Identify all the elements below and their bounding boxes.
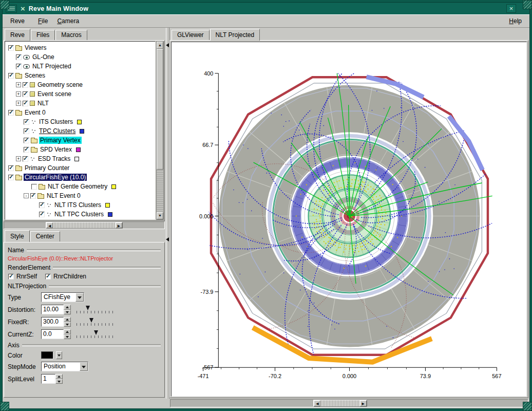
tree-item[interactable]: NLT Gentle Geometry (5, 182, 155, 191)
tree-item[interactable]: +Event scene (5, 89, 155, 99)
menu-help[interactable]: Help (504, 15, 526, 27)
tree-checkbox[interactable] (31, 184, 37, 190)
tree-item[interactable]: +Geometry scene (5, 80, 155, 89)
spin-up-icon[interactable] (55, 374, 63, 379)
frame-corner-handle[interactable] (523, 0, 532, 9)
slider-pointer[interactable] (94, 330, 98, 335)
tree-item-label[interactable]: ESD Tracks (37, 155, 71, 162)
tree-item[interactable]: Scenes (5, 71, 155, 80)
splitter-collapse-icon[interactable] (166, 237, 169, 241)
spin-down-icon[interactable] (64, 322, 71, 327)
spin-down-icon[interactable] (55, 379, 63, 384)
editor-tab-center[interactable]: Center (30, 231, 60, 241)
spin-up-icon[interactable] (64, 317, 71, 322)
tree-checkbox[interactable] (24, 119, 29, 125)
tree-vertical-scrollbar[interactable] (156, 41, 164, 220)
tree-checkbox[interactable] (24, 147, 29, 153)
fixedr-entry[interactable]: 300.0 (41, 317, 71, 327)
tree-checkbox[interactable] (24, 128, 29, 134)
expander-icon[interactable]: + (16, 156, 21, 161)
tree-checkbox[interactable] (16, 54, 22, 60)
slider-pointer[interactable] (86, 306, 90, 310)
distortion-entry[interactable]: 10.00 (41, 305, 71, 314)
frame-corner-handle[interactable] (0, 402, 9, 411)
expander-icon[interactable]: - (24, 193, 29, 198)
color-swatch[interactable] (41, 351, 53, 359)
tree-item-label[interactable]: NLT Projected (31, 63, 72, 70)
viewer-horizontal-scrollbar[interactable] (170, 399, 528, 407)
type-combobox[interactable]: CFishEye (41, 292, 84, 302)
scroll-right-icon[interactable] (116, 222, 122, 228)
scroll-left-icon[interactable] (46, 222, 53, 228)
expander-icon[interactable]: + (16, 82, 21, 87)
menu-reve[interactable]: Reve (6, 15, 29, 27)
tree-item[interactable]: Event 0 (5, 108, 155, 117)
stepmode-combobox[interactable]: Position (41, 362, 88, 371)
tree-checkbox[interactable] (30, 193, 36, 199)
frame-corner-handle[interactable] (523, 402, 532, 411)
slider-pointer[interactable] (89, 318, 93, 323)
tree-item[interactable]: +NLT (5, 99, 155, 108)
tree-item-label[interactable]: SPD Vertex (39, 146, 73, 153)
tree-item[interactable]: +ESD Tracks (5, 154, 155, 163)
menu-camera[interactable]: Camera (52, 15, 84, 27)
scroll-up-icon[interactable] (157, 42, 163, 49)
tree-checkbox[interactable] (23, 101, 28, 106)
tree-item-label[interactable]: Primary Vertex (39, 137, 82, 144)
tree-item[interactable]: NLT ITS Clusters (5, 200, 155, 210)
scrollbar-thumb[interactable] (313, 400, 367, 407)
tree-item-label[interactable]: NLT (36, 100, 50, 107)
tree-item-label[interactable]: Event scene (36, 90, 72, 98)
spin-down-icon[interactable] (64, 310, 71, 315)
scrollbar-thumb[interactable] (46, 222, 123, 229)
editor-tab-style[interactable]: Style (5, 230, 30, 242)
tree-item[interactable]: NLT TPC Clusters (5, 210, 155, 219)
rnrself-checkbox[interactable]: RnrSelf (8, 273, 37, 280)
spin-down-icon[interactable] (64, 334, 71, 340)
splitter-collapse-icon[interactable] (166, 43, 169, 47)
viewer-tab-nlt-projected[interactable]: NLT Projected (210, 29, 260, 41)
tree-checkbox[interactable] (8, 110, 14, 116)
tree-item[interactable]: GL-One (5, 52, 155, 62)
tree-checkbox[interactable] (16, 64, 22, 69)
tree-item[interactable]: CircularFishEye (10.0) (5, 173, 155, 182)
browser-tab-files[interactable]: Files (31, 30, 55, 40)
tree-checkbox[interactable] (24, 138, 29, 143)
spin-up-icon[interactable] (64, 305, 71, 310)
tree-checkbox[interactable] (23, 91, 28, 97)
number-value[interactable]: 1 (41, 374, 55, 384)
tree-checkbox[interactable] (8, 73, 14, 79)
rnrchildren-checkbox[interactable]: RnrChildren (45, 273, 86, 280)
scroll-left-icon[interactable] (314, 400, 320, 406)
tree-checkbox[interactable] (39, 212, 45, 217)
tree-item[interactable]: Primary Vertex (5, 136, 155, 145)
tree-item-label[interactable]: NLT TPC Clusters (53, 211, 105, 218)
tree-checkbox[interactable] (8, 175, 14, 180)
chevron-down-icon[interactable] (80, 362, 88, 371)
tree-item-label[interactable]: NLT ITS Clusters (53, 201, 102, 209)
scrollbar-track[interactable] (157, 49, 163, 212)
tree-item[interactable]: NLT Projected (5, 62, 155, 71)
scroll-down-icon[interactable] (157, 212, 163, 219)
browser-tab-macros[interactable]: Macros (55, 30, 87, 40)
number-value[interactable]: 300.0 (41, 317, 64, 327)
spin-up-icon[interactable] (64, 329, 71, 334)
tree-item-label[interactable]: NLT Gentle Geometry (47, 183, 108, 190)
tree-item-label[interactable]: CircularFishEye (10.0) (24, 174, 87, 181)
close-icon[interactable] (506, 4, 516, 13)
tree-item-label[interactable]: Scenes (24, 72, 46, 79)
frame-corner-handle[interactable] (0, 0, 9, 9)
tree-checkbox[interactable] (8, 165, 14, 171)
tree-checkbox[interactable] (39, 202, 45, 208)
titlebar[interactable]: × Reve Main Window (3, 3, 529, 14)
tree-item-label[interactable]: NLT Event 0 (46, 192, 82, 199)
event-display[interactable]: 40066.70.000-73.9-567-471-70.20.00073.95… (172, 42, 526, 396)
expander-icon[interactable]: + (16, 91, 21, 97)
tree-checkbox[interactable] (8, 45, 14, 51)
tree-item[interactable]: -NLT Event 0 (5, 191, 155, 200)
number-value[interactable]: 10.00 (41, 305, 64, 314)
tree-item[interactable]: Viewers (5, 43, 155, 52)
number-value[interactable]: 0.0 (41, 329, 64, 339)
tree-item-label[interactable]: Viewers (24, 44, 47, 51)
vertical-splitter[interactable] (166, 28, 169, 399)
